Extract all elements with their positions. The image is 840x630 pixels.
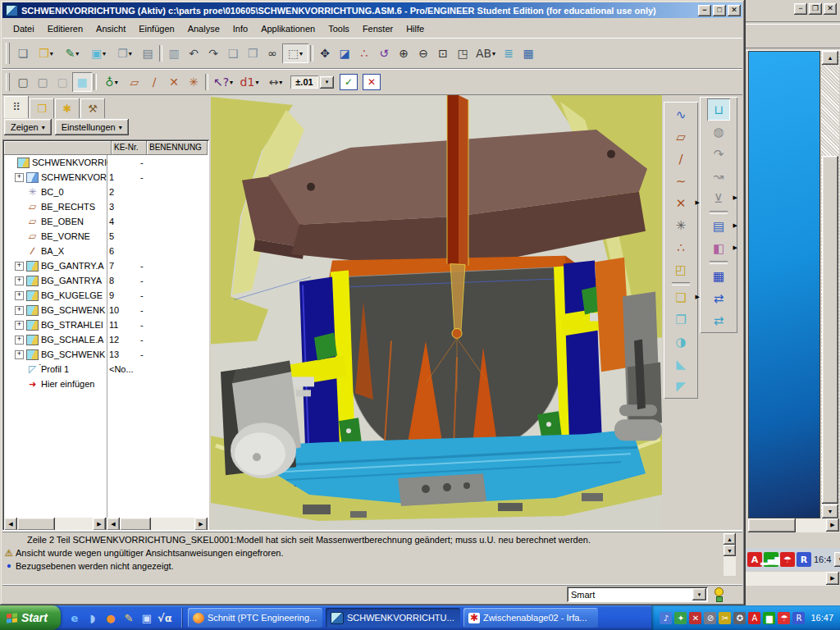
tree-row[interactable]: + SCHWENKVOR 1 - bbox=[4, 170, 208, 185]
dropdown-arrow-icon[interactable]: ▾ bbox=[492, 50, 495, 57]
menu-item[interactable]: Analyse bbox=[182, 22, 226, 35]
sketch-point-tool[interactable]: ∴ ▶ bbox=[669, 236, 692, 258]
select-box[interactable]: ⬚ ▾ bbox=[282, 43, 308, 63]
tree-row[interactable]: BE_VORNE 5 bbox=[4, 229, 208, 244]
menu-item[interactable]: Einfügen bbox=[133, 22, 180, 35]
scroll-thumb[interactable] bbox=[17, 518, 55, 531]
scroll-thumb[interactable] bbox=[822, 156, 838, 504]
start-button[interactable]: Start bbox=[0, 605, 61, 630]
flyout-arrow-icon[interactable]: ▶ bbox=[733, 244, 737, 251]
expand-icon[interactable]: + bbox=[15, 262, 24, 271]
zeigen-button[interactable]: Zeigen ▾ bbox=[4, 119, 52, 135]
tree-item-label[interactable]: Profil 1 bbox=[41, 364, 69, 374]
scroll-right-icon[interactable]: ▶ bbox=[93, 518, 106, 531]
tree-row[interactable]: + BG_KUGELGE 9 - bbox=[4, 288, 208, 303]
measure[interactable]: ↔ ▾ bbox=[262, 72, 289, 92]
scroll-down-icon[interactable]: ▼ bbox=[822, 504, 838, 518]
background-window[interactable]: − ❐ ✕ ▲ ▼ ▶ A▂▄▆☂R 16:4 ▾ ▶ bbox=[745, 0, 840, 605]
tab-model-tree[interactable]: ⠿ bbox=[4, 96, 29, 118]
close-button[interactable]: ✕ bbox=[728, 5, 741, 16]
tree-row[interactable]: + BG_STRAHLEI 11 - bbox=[4, 317, 208, 332]
tool-button[interactable]: ▶ bbox=[707, 209, 730, 215]
revolve-tool[interactable]: ◍ ▶ bbox=[707, 121, 730, 143]
trim-tool[interactable]: ◣ ▶ bbox=[669, 353, 692, 375]
dropdown-arrow-icon[interactable]: ▾ bbox=[103, 50, 106, 57]
mirror-tool[interactable]: ◑ ▶ bbox=[669, 331, 692, 353]
bg-restore-button[interactable]: ❐ bbox=[809, 3, 822, 15]
select-help[interactable]: ↖? ▾ bbox=[210, 72, 236, 92]
dropdown-arrow-icon[interactable]: ▾ bbox=[230, 79, 233, 86]
tray-ati-icon[interactable]: A bbox=[748, 612, 760, 624]
menu-item[interactable]: Tools bbox=[322, 22, 355, 35]
open-file[interactable]: ❒ ▾ bbox=[33, 43, 59, 63]
curve-tool[interactable]: ∼ ▶ bbox=[669, 170, 692, 192]
scroll-right-icon[interactable]: ▶ bbox=[826, 572, 839, 585]
tree-row[interactable]: Profil 1 <No... bbox=[4, 362, 208, 377]
tree-item-label[interactable]: BG_KUGELGE bbox=[41, 290, 103, 300]
layers[interactable]: ≣ ▾ bbox=[499, 43, 518, 63]
swept-blend-tool[interactable]: ↝ ▶ bbox=[707, 165, 730, 187]
extrude-bracket-tool[interactable]: ❏ ▶ bbox=[669, 286, 692, 308]
selection-filter[interactable]: ◪ ▾ bbox=[335, 43, 354, 63]
scroll-right-icon[interactable]: ▶ bbox=[194, 518, 208, 531]
tree-row[interactable]: + BG_SCHWENK 10 - bbox=[4, 303, 208, 317]
hidden-line[interactable]: ▢ ▾ bbox=[33, 72, 52, 92]
copy[interactable]: ❑ ▾ bbox=[223, 43, 243, 63]
select-items[interactable]: ✥ ▾ bbox=[315, 43, 335, 63]
toolbar-grip[interactable] bbox=[6, 73, 10, 91]
style-tool[interactable]: ∿ ▶ bbox=[669, 103, 692, 126]
sketch-tool[interactable]: ◰ ▶ bbox=[669, 258, 692, 281]
menu-item[interactable]: Fenster bbox=[357, 22, 399, 35]
toolbar-button[interactable]: ▾ bbox=[203, 72, 210, 92]
toolbar-button[interactable]: ▾ bbox=[92, 72, 98, 92]
expand-icon[interactable]: + bbox=[15, 350, 24, 359]
expand-icon[interactable]: + bbox=[15, 306, 24, 315]
viewport-3d[interactable] bbox=[211, 95, 662, 533]
quicklaunch-math[interactable]: √α bbox=[158, 610, 172, 625]
point-tool[interactable]: ✕ ▶ bbox=[669, 192, 692, 214]
tree-row[interactable]: BE_RECHTS 3 bbox=[4, 199, 208, 214]
einstellungen-button[interactable]: Einstellungen ▾ bbox=[55, 119, 129, 135]
print[interactable]: ▤ ▾ bbox=[138, 43, 158, 63]
bg-dropdown-icon[interactable]: ▾ bbox=[834, 552, 840, 567]
tray-reader-icon[interactable]: R bbox=[792, 612, 805, 624]
tree-item-label[interactable]: SCHWENKVORRIC bbox=[32, 158, 107, 167]
dropdown-arrow-icon[interactable]: ▾ bbox=[129, 50, 132, 57]
tree-item-label[interactable]: Hier einfügen bbox=[41, 379, 94, 389]
dropdown-arrow-icon[interactable]: ▾ bbox=[75, 50, 79, 57]
menu-item[interactable]: Info bbox=[227, 22, 253, 35]
tray-blocked-icon[interactable]: ⊘ bbox=[704, 612, 716, 624]
csys-display[interactable]: ✳ ▾ bbox=[184, 72, 203, 92]
pattern-tool[interactable]: ▦ ▶ bbox=[707, 265, 730, 287]
tree-item-label[interactable]: BG_SCHWENK bbox=[41, 305, 105, 315]
benennung-column-header[interactable]: BENENNUNG bbox=[147, 141, 208, 155]
tray-update-icon[interactable]: ✦ bbox=[674, 612, 687, 624]
tray-tools-icon[interactable]: ✂ bbox=[719, 612, 731, 624]
zoom-in[interactable]: ⊕ ▾ bbox=[394, 43, 413, 63]
scroll-down-icon[interactable]: ▼ bbox=[724, 545, 736, 556]
cancel-button[interactable]: ✕ bbox=[363, 74, 381, 90]
accept-button[interactable]: ✓ bbox=[340, 74, 358, 90]
tree-row[interactable]: BA_X 6 bbox=[4, 244, 208, 258]
dropdown-arrow-icon[interactable]: ▾ bbox=[115, 79, 118, 86]
tree-item-label[interactable]: BG_STRAHLEI bbox=[41, 320, 103, 330]
tree-item-label[interactable]: SCHWENKVOR bbox=[41, 172, 107, 182]
menu-item[interactable]: Applikationen bbox=[255, 22, 321, 35]
tolerance-dropdown[interactable]: ▾ bbox=[320, 76, 334, 89]
scroll-up-icon[interactable]: ▲ bbox=[822, 51, 838, 65]
bg-minimize-button[interactable]: − bbox=[794, 3, 807, 15]
tree-row[interactable]: + BG_GANTRYA 8 - bbox=[4, 273, 208, 288]
new-file[interactable]: ❏ ▾ bbox=[13, 43, 33, 63]
extrude-tool[interactable]: ⊔ ▶ bbox=[707, 98, 730, 121]
tree-row[interactable]: + BG_GANTRY.A 7 - bbox=[4, 258, 208, 273]
dimension-display[interactable]: d1 ▾ bbox=[236, 72, 262, 92]
scroll-thumb[interactable] bbox=[748, 518, 796, 532]
spin-center-toggle[interactable]: ♁ ▾ bbox=[98, 72, 125, 92]
tool-button[interactable]: ▶ bbox=[669, 281, 692, 286]
scroll-left-icon[interactable]: ◀ bbox=[107, 518, 120, 531]
quicklaunch-firefox[interactable]: ● bbox=[103, 610, 118, 625]
wireframe[interactable]: ▢ ▾ bbox=[13, 72, 33, 92]
tray-daemon-icon[interactable]: ✪ bbox=[733, 612, 746, 624]
tab-favorites[interactable]: ✱ bbox=[55, 98, 80, 118]
tree-item-label[interactable]: BE_OBEN bbox=[41, 217, 84, 226]
